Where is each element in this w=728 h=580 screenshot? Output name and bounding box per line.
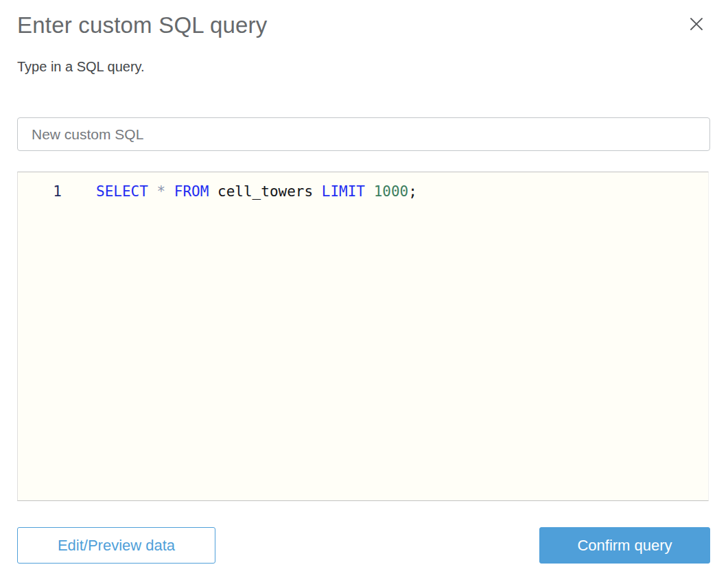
line-number: 1	[18, 182, 62, 202]
close-icon	[689, 23, 704, 34]
code-token-keyword: LIMIT	[322, 183, 365, 200]
confirm-query-button[interactable]: Confirm query	[539, 527, 710, 564]
code-token-plain	[165, 183, 174, 200]
code-token-keyword: FROM	[174, 183, 209, 200]
page-title: Enter custom SQL query	[17, 10, 268, 40]
dialog-footer: Edit/Preview data Confirm query	[17, 527, 710, 564]
dialog-subtitle: Type in a SQL query.	[17, 59, 711, 75]
code-token-operator: *	[157, 183, 166, 200]
code-line-content: SELECT * FROM cell_towers LIMIT 1000;	[62, 182, 417, 202]
code-token-plain: ;	[408, 183, 417, 200]
code-token-keyword: SELECT	[96, 183, 148, 200]
dialog-header: Enter custom SQL query	[17, 0, 711, 40]
sql-code-editor[interactable]: 1 SELECT * FROM cell_towers LIMIT 1000;	[17, 172, 709, 501]
custom-sql-name-input[interactable]	[17, 117, 710, 151]
code-token-plain: cell_towers	[209, 183, 321, 200]
code-token-plain	[365, 183, 374, 200]
code-token-plain	[148, 183, 157, 200]
code-line: 1 SELECT * FROM cell_towers LIMIT 1000;	[18, 172, 708, 202]
edit-preview-data-button[interactable]: Edit/Preview data	[17, 527, 215, 564]
close-button[interactable]	[686, 14, 707, 34]
custom-sql-dialog: Enter custom SQL query Type in a SQL que…	[0, 0, 728, 580]
code-token-number: 1000	[374, 183, 409, 200]
